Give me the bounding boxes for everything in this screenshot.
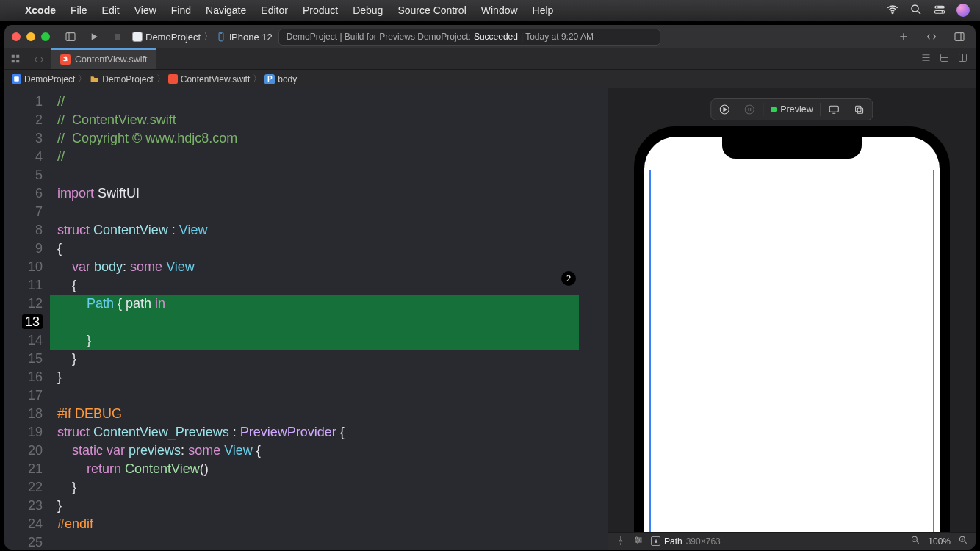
zoom-out-icon[interactable] — [910, 535, 920, 547]
tab-bar: ‹› ContentView.swift — [4, 48, 976, 69]
svg-point-0 — [892, 12, 893, 13]
svg-rect-6 — [66, 33, 75, 41]
svg-rect-22 — [830, 106, 839, 112]
preview-live-button[interactable]: Preview — [765, 101, 818, 118]
svg-point-25 — [636, 537, 638, 539]
svg-rect-7 — [115, 34, 120, 40]
tab-contentview[interactable]: ContentView.swift — [51, 48, 156, 69]
swift-file-icon — [60, 54, 71, 65]
folder-icon — [90, 74, 99, 84]
menu-product[interactable]: Product — [295, 4, 345, 16]
menu-navigate[interactable]: Navigate — [198, 4, 253, 16]
zoom-window-button[interactable] — [41, 32, 50, 41]
code-area[interactable]: //// ContentView.swift// Copyright © www… — [50, 88, 608, 550]
svg-rect-14 — [60, 54, 71, 65]
svg-rect-13 — [16, 60, 19, 62]
jump-bar[interactable]: DemoProject 〉 DemoProject 〉 ContentView.… — [4, 69, 976, 88]
navigator-toggle-icon[interactable] — [62, 28, 79, 46]
svg-rect-8 — [219, 32, 223, 41]
device-notch — [722, 137, 862, 159]
activity-status: Succeeded — [474, 32, 518, 42]
inspector-toggle-icon[interactable] — [951, 28, 968, 46]
svg-point-4 — [936, 6, 938, 8]
run-button-icon[interactable] — [85, 28, 103, 46]
nav-back-forward[interactable]: ‹› — [26, 53, 51, 65]
svg-point-27 — [637, 541, 638, 543]
property-badge-icon: P — [264, 74, 275, 84]
menu-app[interactable]: Xcode — [18, 4, 63, 16]
close-window-button[interactable] — [12, 32, 21, 41]
preview-pause-icon[interactable] — [738, 101, 761, 118]
jump-folder[interactable]: DemoProject — [90, 74, 153, 84]
svg-point-21 — [745, 105, 754, 114]
adjust-editor-icon[interactable] — [939, 52, 950, 65]
menu-window[interactable]: Window — [474, 4, 525, 16]
selection-outline — [649, 170, 934, 532]
preview-canvas: Preview ★ Path 390×763 — [608, 88, 976, 550]
line-number-gutter: 1234567891011121314151617181920212223242… — [4, 88, 50, 550]
device-preview-stage[interactable] — [608, 88, 976, 532]
menu-edit[interactable]: Edit — [95, 4, 127, 16]
menu-source-control[interactable]: Source Control — [390, 4, 473, 16]
scheme-selector[interactable]: DemoProject 〉 iPhone 12 — [132, 30, 273, 43]
menu-debug[interactable]: Debug — [345, 4, 390, 16]
add-editor-icon[interactable] — [957, 52, 968, 65]
siri-icon[interactable] — [956, 4, 970, 17]
preview-duplicate-icon[interactable] — [848, 101, 871, 118]
traffic-lights — [12, 32, 50, 41]
svg-rect-23 — [856, 106, 861, 111]
preview-toolbar: Preview — [710, 98, 873, 120]
preview-device-icon[interactable] — [823, 101, 846, 118]
spotlight-icon[interactable] — [909, 3, 923, 18]
window-toolbar: DemoProject 〉 iPhone 12 DemoProject | Bu… — [4, 25, 976, 48]
canvas-status-bar: ★ Path 390×763 100% — [608, 532, 976, 550]
selected-element-chip[interactable]: ★ Path 390×763 — [651, 536, 721, 547]
svg-point-26 — [639, 539, 641, 541]
svg-rect-12 — [12, 60, 15, 62]
menu-help[interactable]: Help — [525, 4, 561, 16]
tab-filename: ContentView.swift — [75, 54, 147, 65]
svg-rect-9 — [955, 33, 964, 41]
xcode-window: DemoProject 〉 iPhone 12 DemoProject | Bu… — [4, 25, 976, 550]
scheme-project-label: DemoProject — [145, 32, 201, 43]
activity-viewer[interactable]: DemoProject | Build for Previews DemoPro… — [278, 29, 660, 46]
jump-file[interactable]: ContentView.swift — [168, 74, 251, 84]
activity-text-prefix: DemoProject | Build for Previews DemoPro… — [287, 32, 471, 42]
device-frame — [634, 126, 950, 532]
macos-menubar: Xcode File Edit View Find Navigate Edito… — [0, 0, 980, 21]
device-icon — [216, 32, 226, 42]
zoom-in-icon[interactable] — [958, 535, 968, 547]
jump-project[interactable]: DemoProject — [12, 74, 75, 84]
scheme-device-label: iPhone 12 — [229, 32, 273, 43]
source-editor[interactable]: 1234567891011121314151617181920212223242… — [4, 88, 608, 550]
struct-icon: ★ — [651, 536, 660, 546]
svg-rect-10 — [12, 55, 15, 58]
control-center-icon[interactable] — [933, 3, 946, 18]
swift-file-icon — [168, 74, 178, 84]
wifi-icon[interactable] — [886, 3, 899, 18]
project-icon — [12, 74, 21, 84]
preview-play-icon[interactable] — [713, 101, 736, 118]
adjust-icon[interactable] — [633, 535, 644, 547]
editor-options-icon[interactable] — [920, 52, 932, 65]
add-icon[interactable] — [895, 28, 912, 46]
svg-point-1 — [912, 5, 918, 12]
svg-rect-24 — [858, 108, 863, 113]
app-icon — [132, 32, 143, 42]
svg-point-5 — [941, 11, 943, 13]
svg-rect-19 — [168, 74, 178, 84]
menu-view[interactable]: View — [127, 4, 164, 16]
device-screen[interactable] — [644, 137, 940, 532]
code-review-icon[interactable] — [923, 28, 940, 46]
menu-file[interactable]: File — [63, 4, 95, 16]
zoom-level[interactable]: 100% — [928, 536, 951, 547]
change-count-badge[interactable]: 2 — [561, 271, 576, 286]
menu-find[interactable]: Find — [164, 4, 198, 16]
stop-button-icon[interactable] — [109, 28, 126, 46]
menu-editor[interactable]: Editor — [253, 4, 295, 16]
pin-icon[interactable] — [616, 535, 626, 547]
svg-rect-11 — [16, 55, 19, 58]
jump-symbol[interactable]: P body — [264, 74, 297, 84]
related-items-icon[interactable] — [4, 54, 26, 64]
minimize-window-button[interactable] — [26, 32, 35, 41]
